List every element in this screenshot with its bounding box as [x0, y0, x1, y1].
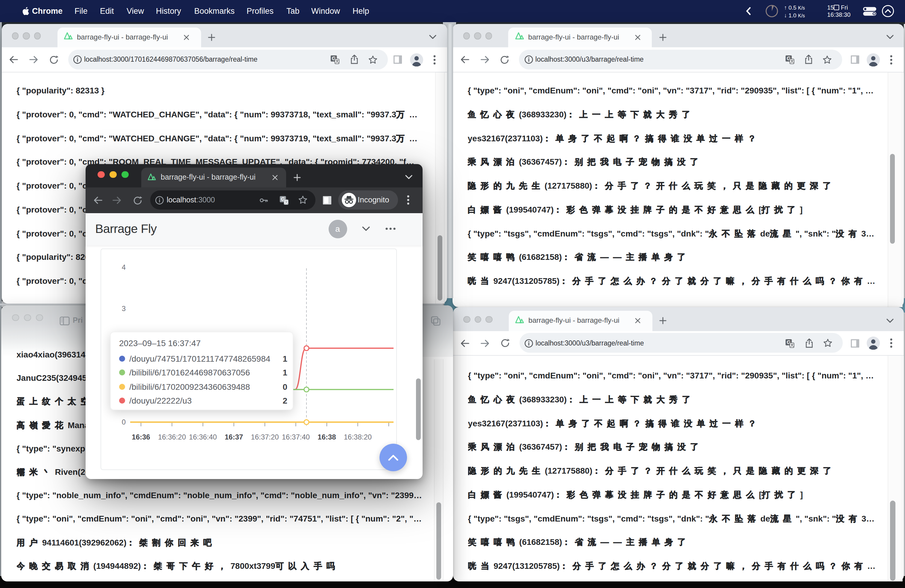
svg-text:16:37:40: 16:37:40	[282, 433, 310, 441]
svg-text:16:38:20: 16:38:20	[344, 433, 372, 441]
svg-text:16:37: 16:37	[225, 433, 243, 441]
svg-text:16:36:20: 16:36:20	[158, 433, 186, 441]
svg-text:0: 0	[122, 418, 126, 426]
svg-text:3: 3	[122, 305, 126, 313]
svg-text:16:38: 16:38	[318, 433, 336, 441]
svg-text:16:36: 16:36	[132, 433, 150, 441]
svg-text:16:37:20: 16:37:20	[251, 433, 279, 441]
svg-text:16:36:40: 16:36:40	[189, 433, 217, 441]
svg-text:4: 4	[122, 263, 126, 271]
